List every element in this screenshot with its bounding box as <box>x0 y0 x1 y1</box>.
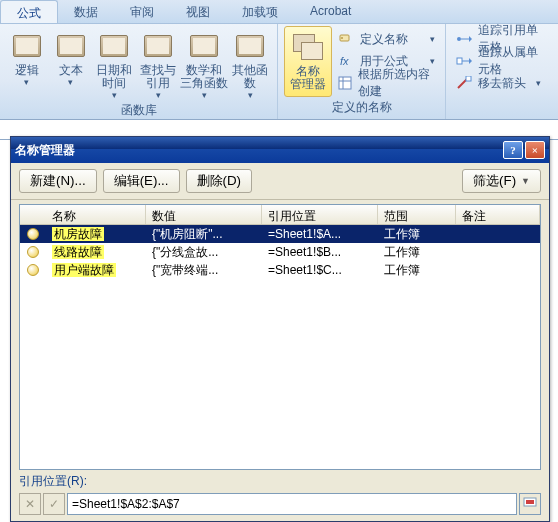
book-icon <box>142 30 174 62</box>
value-cell: {"宽带终端... <box>146 262 262 279</box>
range-picker-button[interactable] <box>519 493 541 515</box>
fx-icon: fx <box>338 53 354 69</box>
dialog-toolbar: 新建(N)... 编辑(E)... 删除(D) 筛选(F)▼ <box>11 163 549 200</box>
col-value[interactable]: 数值 <box>146 205 262 224</box>
scope-cell: 工作簿 <box>378 262 456 279</box>
tab-formula[interactable]: 公式 <box>0 0 58 23</box>
col-ref[interactable]: 引用位置 <box>262 205 378 224</box>
svg-rect-15 <box>526 500 534 504</box>
group-defined-names: 名称 管理器 定义名称▾ fx用于公式▾ 根据所选内容创建 定义的名称 <box>278 24 446 119</box>
value-cell: {"机房阻断"... <box>146 226 262 243</box>
name-cell: 机房故障 <box>52 227 104 241</box>
table-row[interactable]: 机房故障{"机房阻断"...=Sheet1!$A...工作簿 <box>20 225 540 243</box>
ribbon-tabs: 公式 数据 审阅 视图 加载项 Acrobat <box>0 0 558 24</box>
confirm-edit-button[interactable]: ✓ <box>43 493 65 515</box>
btn-name-manager[interactable]: 名称 管理器 <box>284 26 332 97</box>
filter-button[interactable]: 筛选(F)▼ <box>462 169 541 193</box>
svg-rect-13 <box>466 76 471 81</box>
name-manager-icon <box>292 31 324 63</box>
trace-dependents-icon <box>456 53 472 69</box>
name-icon <box>27 228 39 240</box>
group-function-library: 逻辑▾ 文本▾ 日期和 时间▾ 查找与 引用▾ 数学和 三角函数▾ 其他函数▾ … <box>0 24 278 119</box>
name-icon <box>27 246 39 258</box>
svg-marker-11 <box>469 58 472 64</box>
svg-rect-9 <box>457 58 462 64</box>
name-icon <box>27 264 39 276</box>
names-listview[interactable]: 名称 数值 引用位置 范围 备注 机房故障{"机房阻断"...=Sheet1!$… <box>19 204 541 470</box>
book-icon <box>55 30 87 62</box>
edit-button[interactable]: 编辑(E)... <box>103 169 180 193</box>
audit-list: 追踪引用单元格 追踪从属单元格 移去箭头▾ <box>452 26 552 94</box>
value-cell: {"分线盒故... <box>146 244 262 261</box>
refers-to-section: 引用位置(R): ✕ ✓ <box>19 473 541 515</box>
help-button[interactable]: ? <box>503 141 523 159</box>
tab-addins[interactable]: 加载项 <box>226 0 294 23</box>
btn-create-from-selection[interactable]: 根据所选内容创建 <box>334 72 439 94</box>
listview-body: 机房故障{"机房阻断"...=Sheet1!$A...工作簿线路故障{"分线盒故… <box>20 225 540 279</box>
name-cell: 用户端故障 <box>52 263 116 277</box>
svg-marker-8 <box>469 36 472 42</box>
dialog-titlebar[interactable]: 名称管理器 ? × <box>11 137 549 163</box>
name-manager-dialog: 名称管理器 ? × 新建(N)... 编辑(E)... 删除(D) 筛选(F)▼… <box>10 136 550 522</box>
tag-icon <box>338 31 354 47</box>
btn-logical[interactable]: 逻辑▾ <box>6 26 48 100</box>
group-label: 函数库 <box>6 100 271 122</box>
new-button[interactable]: 新建(N)... <box>19 169 97 193</box>
col-name[interactable]: 名称 <box>46 205 146 224</box>
tab-acrobat[interactable]: Acrobat <box>294 0 367 23</box>
delete-button[interactable]: 删除(D) <box>186 169 253 193</box>
tab-view[interactable]: 视图 <box>170 0 226 23</box>
defnames-list: 定义名称▾ fx用于公式▾ 根据所选内容创建 <box>334 26 439 97</box>
name-cell: 线路故障 <box>52 245 104 259</box>
defnames-row: 名称 管理器 定义名称▾ fx用于公式▾ 根据所选内容创建 <box>284 26 439 97</box>
refers-to-label: 引用位置(R): <box>19 473 541 490</box>
svg-rect-3 <box>339 77 351 89</box>
close-button[interactable]: × <box>525 141 545 159</box>
btn-trace-dependents[interactable]: 追踪从属单元格 <box>452 50 552 72</box>
btn-more[interactable]: 其他函数▾ <box>229 26 271 100</box>
btn-datetime[interactable]: 日期和 时间▾ <box>94 26 136 100</box>
book-icon <box>234 30 266 62</box>
btn-remove-arrows[interactable]: 移去箭头▾ <box>452 72 552 94</box>
table-row[interactable]: 线路故障{"分线盒故...=Sheet1!$B...工作簿 <box>20 243 540 261</box>
book-icon <box>11 30 43 62</box>
listview-header[interactable]: 名称 数值 引用位置 范围 备注 <box>20 205 540 225</box>
btn-define-name[interactable]: 定义名称▾ <box>334 28 439 50</box>
remove-arrows-icon <box>456 75 472 91</box>
grid-icon <box>338 75 352 91</box>
btn-lookup[interactable]: 查找与 引用▾ <box>137 26 179 100</box>
ref-cell: =Sheet1!$B... <box>262 245 378 259</box>
col-scope[interactable]: 范围 <box>378 205 456 224</box>
svg-point-6 <box>457 37 461 41</box>
refers-to-box: ✕ ✓ <box>19 493 541 515</box>
ref-cell: =Sheet1!$A... <box>262 227 378 241</box>
fxlib-row: 逻辑▾ 文本▾ 日期和 时间▾ 查找与 引用▾ 数学和 三角函数▾ 其他函数▾ <box>6 26 271 100</box>
table-row[interactable]: 用户端故障{"宽带终端...=Sheet1!$C...工作簿 <box>20 261 540 279</box>
btn-math[interactable]: 数学和 三角函数▾ <box>181 26 227 100</box>
refers-to-input[interactable] <box>67 493 517 515</box>
dialog-title: 名称管理器 <box>15 142 75 159</box>
book-icon <box>188 30 220 62</box>
ref-cell: =Sheet1!$C... <box>262 263 378 277</box>
btn-text[interactable]: 文本▾ <box>50 26 92 100</box>
svg-text:fx: fx <box>340 55 349 67</box>
trace-precedents-icon <box>456 31 472 47</box>
group-label: 定义的名称 <box>284 97 439 119</box>
scope-cell: 工作簿 <box>378 226 456 243</box>
ribbon-body: 逻辑▾ 文本▾ 日期和 时间▾ 查找与 引用▾ 数学和 三角函数▾ 其他函数▾ … <box>0 24 558 120</box>
tab-data[interactable]: 数据 <box>58 0 114 23</box>
col-note[interactable]: 备注 <box>456 205 540 224</box>
scope-cell: 工作簿 <box>378 244 456 261</box>
group-formula-auditing: 追踪引用单元格 追踪从属单元格 移去箭头▾ <box>446 24 558 119</box>
svg-point-1 <box>341 37 343 39</box>
cancel-edit-button[interactable]: ✕ <box>19 493 41 515</box>
tab-review[interactable]: 审阅 <box>114 0 170 23</box>
book-icon <box>98 30 130 62</box>
